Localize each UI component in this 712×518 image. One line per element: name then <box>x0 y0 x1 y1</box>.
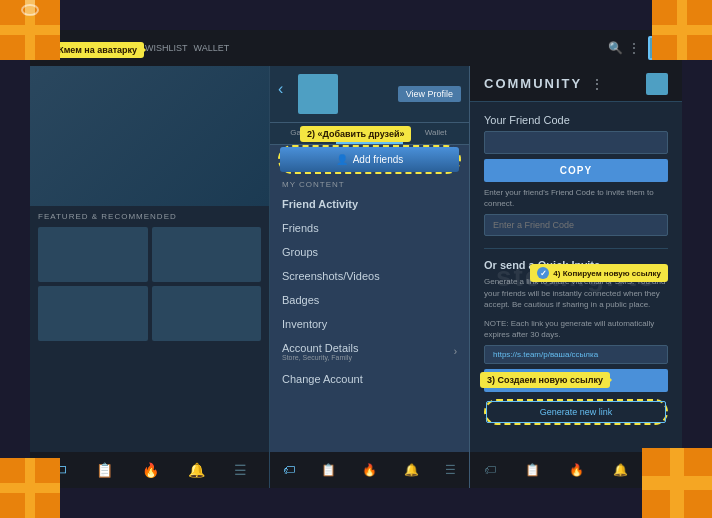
check-icon: ✓ <box>537 267 549 279</box>
svg-rect-2 <box>0 25 60 35</box>
main-banner <box>30 66 269 206</box>
featured-item-4[interactable] <box>152 286 262 341</box>
gift-decoration-br <box>642 448 712 518</box>
menu-inventory[interactable]: Inventory <box>270 312 469 336</box>
generate-link-button[interactable]: Generate new link <box>486 401 666 423</box>
generate-link-oval: Generate new link <box>484 399 668 425</box>
featured-section: FEATURED & RECOMMENDED <box>30 206 269 347</box>
copy-friend-code-button[interactable]: COPY <box>484 159 668 182</box>
account-sub: Store, Security, Family <box>282 354 358 361</box>
add-friends-oval: 👤 Add friends <box>278 145 461 174</box>
menu-groups[interactable]: Groups <box>270 240 469 264</box>
nav-list-icon[interactable]: 📋 <box>96 462 113 478</box>
featured-label: FEATURED & RECOMMENDED <box>38 212 261 221</box>
quick-invite-note: NOTE: Each link you generate will automa… <box>484 318 668 340</box>
featured-grid <box>38 227 261 341</box>
tooltip-copy-link: ✓ 4) Копируем новую ссылку <box>530 264 668 282</box>
svg-rect-10 <box>0 483 60 493</box>
main-container: ✦ STEAM MENU WISHLIST WALLET 🔍 ⋮ 1) Жмем… <box>30 30 682 488</box>
account-label: Account Details <box>282 342 358 354</box>
friend-code-section: Your Friend Code COPY Enter your friend'… <box>484 114 668 236</box>
nav-wallet[interactable]: WALLET <box>194 43 230 53</box>
featured-item-1[interactable] <box>38 227 148 282</box>
back-arrow-icon[interactable]: ‹ <box>278 80 283 98</box>
featured-item-2[interactable] <box>152 227 262 282</box>
svg-rect-3 <box>25 0 35 15</box>
left-panel: FEATURED & RECOMMENDED 🏷 📋 🔥 🔔 ☰ <box>30 66 270 488</box>
gift-decoration-bl <box>0 458 60 518</box>
m-nav-fire[interactable]: 🔥 <box>362 463 377 477</box>
m-nav-bell[interactable]: 🔔 <box>404 463 419 477</box>
menu-friends[interactable]: Friends <box>270 216 469 240</box>
left-bottom-nav: 🏷 📋 🔥 🔔 ☰ <box>30 452 269 488</box>
friend-code-label: Your Friend Code <box>484 114 668 126</box>
tab-wallet[interactable]: Wallet <box>403 123 469 144</box>
quick-invite-section: Or send a Quick Invite Generate a link t… <box>484 259 668 425</box>
community-header: COMMUNITY ⋮ <box>470 66 682 102</box>
community-title: COMMUNITY <box>484 76 582 91</box>
c-nav-list[interactable]: 📋 <box>525 463 540 477</box>
add-friends-icon: 👤 <box>336 154 348 165</box>
nav-bell-icon[interactable]: 🔔 <box>188 462 205 478</box>
featured-item-3[interactable] <box>38 286 148 341</box>
enter-friend-code-input[interactable] <box>484 214 668 236</box>
middle-bottom-nav: 🏷 📋 🔥 🔔 ☰ <box>270 452 469 488</box>
right-panel: COMMUNITY ⋮ ✓ 4) Копируем новую ссылку Y… <box>470 66 682 488</box>
add-friends-button[interactable]: 👤 Add friends <box>280 147 459 172</box>
profile-header: ‹ View Profile <box>270 66 469 123</box>
content-area: FEATURED & RECOMMENDED 🏷 📋 🔥 🔔 ☰ ‹ <box>30 66 682 488</box>
nav-menu-icon[interactable]: ☰ <box>234 462 247 478</box>
menu-account[interactable]: Account Details Store, Security, Family … <box>270 336 469 367</box>
svg-rect-7 <box>652 25 712 35</box>
arrow-right-icon: › <box>454 346 457 357</box>
search-icon[interactable]: 🔍 <box>608 41 622 55</box>
link-url-row: https://s.team/p/ваша/ссылка <box>484 345 668 364</box>
c-nav-tag[interactable]: 🏷 <box>484 463 496 477</box>
m-nav-tag[interactable]: 🏷 <box>283 463 295 477</box>
m-nav-menu[interactable]: ☰ <box>445 463 456 477</box>
m-nav-list[interactable]: 📋 <box>321 463 336 477</box>
gift-decoration-tl <box>0 0 60 60</box>
community-avatar[interactable] <box>646 73 668 95</box>
menu-screenshots[interactable]: Screenshots/Videos <box>270 264 469 288</box>
tooltip-generate-link: 3) Создаем новую ссылку <box>480 372 610 388</box>
profile-avatar <box>298 74 338 114</box>
link-url-text: https://s.team/p/ваша/ссылка <box>493 350 659 359</box>
tooltip-add-friends: 2) «Добавить друзей» <box>300 126 411 142</box>
profile-dropdown: ‹ View Profile 2) «Добавить друзей» Game… <box>270 66 470 488</box>
community-dots-icon[interactable]: ⋮ <box>590 76 604 92</box>
friend-code-input[interactable] <box>484 131 668 154</box>
my-content-label: MY CONTENT <box>270 174 469 192</box>
nav-fire-icon[interactable]: 🔥 <box>142 462 159 478</box>
menu-change-account[interactable]: Change Account <box>270 367 469 391</box>
c-nav-bell[interactable]: 🔔 <box>613 463 628 477</box>
view-profile-button[interactable]: View Profile <box>398 86 461 102</box>
friend-code-hint: Enter your friend's Friend Code to invit… <box>484 187 668 209</box>
add-friends-label: Add friends <box>353 154 404 165</box>
svg-rect-13 <box>642 476 712 490</box>
menu-friend-activity[interactable]: Friend Activity <box>270 192 469 216</box>
dots-icon[interactable]: ⋮ <box>628 41 642 55</box>
menu-badges[interactable]: Badges <box>270 288 469 312</box>
c-nav-fire[interactable]: 🔥 <box>569 463 584 477</box>
gift-decoration-tr <box>652 0 712 60</box>
nav-wishlist[interactable]: WISHLIST <box>145 43 188 53</box>
divider <box>484 248 668 249</box>
